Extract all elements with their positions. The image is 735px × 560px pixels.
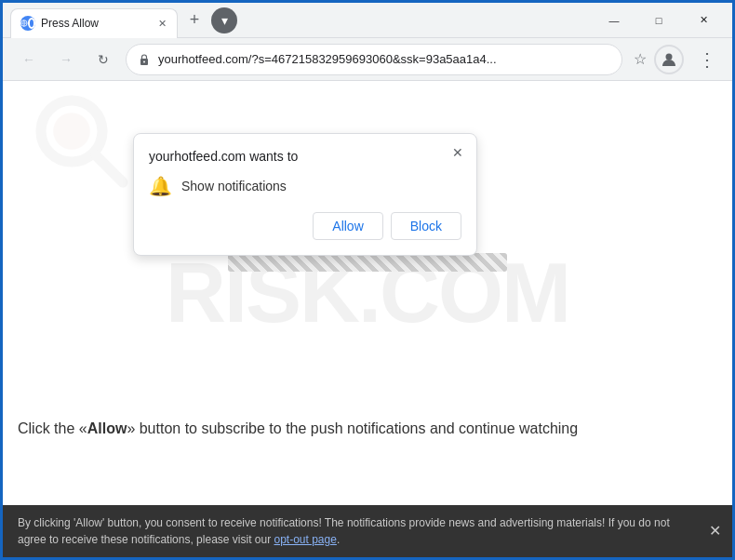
- popup-title: yourhotfeed.com wants to: [149, 149, 461, 164]
- tab-title: Press Allow: [41, 17, 149, 30]
- browser-window: Press Allow ✕ + — □ ✕ ← → ↻ yourhotfeed.…: [3, 3, 732, 557]
- progress-area: [228, 253, 507, 272]
- notice-close-button[interactable]: ✕: [709, 520, 721, 542]
- svg-point-3: [666, 53, 673, 60]
- tab-list-button[interactable]: [211, 7, 237, 33]
- bell-icon: 🔔: [149, 175, 172, 197]
- allow-text: Allow: [87, 420, 127, 436]
- allow-button[interactable]: Allow: [313, 212, 382, 240]
- loading-progress-bar: [228, 253, 507, 272]
- active-tab[interactable]: Press Allow ✕: [10, 8, 178, 38]
- refresh-button[interactable]: ↻: [88, 45, 118, 74]
- popup-permission-row: 🔔 Show notifications: [149, 175, 461, 197]
- bookmark-icon[interactable]: ☆: [634, 50, 647, 68]
- minimize-button[interactable]: —: [593, 7, 635, 34]
- url-text: yourhotfeed.com/?s=467215832959693060&ss…: [158, 52, 610, 66]
- title-bar: Press Allow ✕ + — □ ✕: [3, 3, 732, 38]
- page-content: RISK.COM ✕ yourhotfeed.com wants to 🔔 Sh…: [3, 81, 732, 505]
- popup-close-button[interactable]: ✕: [448, 143, 467, 162]
- new-tab-button[interactable]: +: [181, 7, 207, 33]
- forward-button[interactable]: →: [51, 45, 81, 74]
- watermark-magnifier-icon: [31, 90, 133, 196]
- address-bar: ← → ↻ yourhotfeed.com/?s=467215832959693…: [3, 38, 732, 81]
- window-controls: — □ ✕: [593, 7, 725, 34]
- instruction-text: Click the «Allow» button to subscribe to…: [3, 408, 732, 449]
- svg-point-6: [53, 113, 90, 150]
- more-options-button[interactable]: ⋮: [691, 45, 721, 74]
- svg-point-4: [41, 100, 102, 162]
- block-button[interactable]: Block: [391, 212, 461, 240]
- popup-actions: Allow Block: [149, 212, 461, 240]
- tab-close-button[interactable]: ✕: [154, 16, 169, 31]
- notification-popup: ✕ yourhotfeed.com wants to 🔔 Show notifi…: [133, 133, 477, 256]
- opt-out-link[interactable]: opt-out page: [274, 533, 336, 546]
- tab-strip: Press Allow ✕ +: [10, 3, 585, 37]
- back-button[interactable]: ←: [14, 45, 44, 74]
- lock-icon: [138, 53, 151, 66]
- bottom-notice-bar: By clicking 'Allow' button, you consent …: [3, 505, 732, 557]
- notice-text: By clicking 'Allow' button, you consent …: [18, 516, 670, 546]
- url-bar[interactable]: yourhotfeed.com/?s=467215832959693060&ss…: [126, 44, 622, 75]
- maximize-button[interactable]: □: [637, 7, 680, 34]
- close-button[interactable]: ✕: [682, 7, 725, 34]
- tab-favicon: [20, 16, 35, 31]
- svg-point-2: [143, 60, 145, 62]
- svg-line-5: [95, 154, 123, 182]
- profile-button[interactable]: [654, 45, 684, 74]
- popup-permission-label: Show notifications: [181, 179, 287, 193]
